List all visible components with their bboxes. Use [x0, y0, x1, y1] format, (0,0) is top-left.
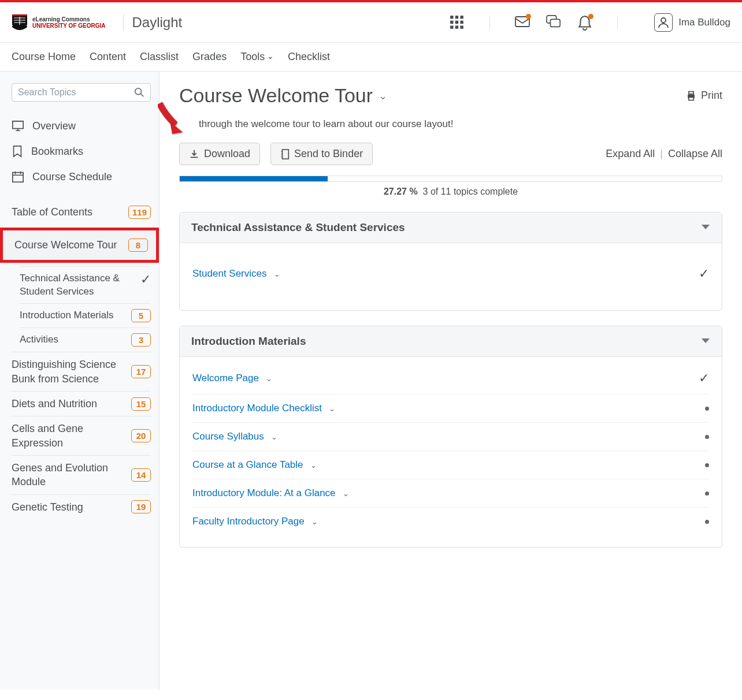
nav-grades[interactable]: Grades: [192, 51, 227, 63]
expand-all-link[interactable]: Expand All: [606, 148, 655, 159]
panel-technical-assistance: Technical Assistance & Student Services …: [179, 212, 722, 311]
page-title-dropdown[interactable]: Course Welcome Tour ⌄: [179, 84, 387, 107]
header: eLearning Commons UNIVERSITY OF GEORGIA …: [0, 2, 742, 43]
apps-icon[interactable]: [450, 15, 465, 30]
chevron-down-icon: ⌄: [310, 461, 317, 470]
topic-intro-module-glance[interactable]: Introductory Module: At a Glance⌄: [192, 487, 349, 499]
svg-point-14: [135, 88, 142, 95]
chevron-down-icon: ⌄: [329, 404, 335, 413]
svg-rect-4: [450, 20, 453, 23]
chat-icon[interactable]: [546, 15, 561, 30]
download-button[interactable]: Download: [179, 143, 260, 165]
logo-line1: eLearning Commons: [32, 16, 106, 23]
svg-rect-20: [283, 149, 289, 158]
toc-count: 119: [128, 206, 151, 219]
topic-glance-table[interactable]: Course at a Glance Table⌄: [192, 459, 317, 471]
svg-rect-7: [450, 25, 453, 28]
print-icon: [685, 90, 697, 102]
sidebar-module-diets[interactable]: Diets and Nutrition 15: [12, 391, 151, 416]
logo-block[interactable]: eLearning Commons UNIVERSITY OF GEORGIA: [12, 14, 106, 31]
collapse-caret-icon: [701, 224, 710, 231]
search-topics[interactable]: [12, 83, 151, 102]
svg-rect-18: [689, 91, 693, 94]
main-content: Course Welcome Tour ⌄ Print through the …: [159, 72, 742, 690]
mail-icon[interactable]: [515, 15, 530, 30]
incomplete-dot-icon: [705, 463, 709, 467]
topic-intro-checklist[interactable]: Introductory Module Checklist⌄: [192, 403, 335, 414]
svg-rect-2: [455, 16, 458, 18]
svg-rect-9: [461, 25, 463, 28]
svg-rect-8: [455, 25, 458, 28]
search-icon: [134, 87, 144, 98]
progress-fill: [180, 176, 328, 181]
topic-row: Faculty Introductory Page⌄: [192, 508, 709, 535]
topic-row: Student Services ⌄ ✓: [192, 249, 709, 299]
panel-header[interactable]: Technical Assistance & Student Services: [180, 213, 722, 243]
avatar-icon: [654, 13, 673, 32]
nav-classlist[interactable]: Classlist: [140, 51, 179, 63]
incomplete-dot-icon: [705, 492, 709, 496]
download-icon: [189, 149, 199, 159]
topic-row: Welcome Page⌄ ✓: [192, 363, 709, 394]
svg-rect-15: [13, 121, 23, 129]
svg-rect-5: [455, 20, 458, 23]
sidebar-sub-activities[interactable]: Activities 3: [20, 327, 151, 352]
check-icon: ✓: [699, 266, 709, 281]
collapse-caret-icon: [701, 338, 710, 345]
nav-tools[interactable]: Tools: [240, 51, 274, 63]
highlighted-module: Course Welcome Tour 8: [0, 228, 159, 262]
sidebar-sub-intro-materials[interactable]: Introduction Materials 5: [20, 303, 151, 327]
user-name: Ima Bulldog: [678, 17, 730, 28]
app-name: Daylight: [132, 14, 183, 31]
check-icon: ✓: [699, 371, 709, 386]
bell-icon[interactable]: [577, 15, 592, 30]
send-to-binder-button[interactable]: Send to Binder: [270, 143, 373, 165]
uga-logo-icon: [12, 14, 28, 31]
presentation-icon: [12, 120, 24, 132]
panel-intro-materials: Introduction Materials Welcome Page⌄ ✓ I…: [179, 326, 722, 548]
topic-row: Introductory Module: At a Glance⌄: [192, 479, 709, 508]
sidebar-module-cells[interactable]: Cells and Gene Expression 20: [12, 416, 151, 455]
sidebar-item-welcome-tour[interactable]: Course Welcome Tour 8: [14, 235, 148, 255]
nav-checklist[interactable]: Checklist: [288, 51, 330, 63]
svg-rect-19: [689, 97, 693, 100]
panel-header[interactable]: Introduction Materials: [180, 326, 722, 357]
logo-line2: UNIVERSITY OF GEORGIA: [32, 23, 106, 29]
divider: [123, 14, 124, 31]
incomplete-dot-icon: [705, 407, 709, 411]
incomplete-dot-icon: [705, 435, 709, 439]
sidebar: Overview Bookmarks Course Schedule Table…: [0, 72, 159, 690]
sidebar-overview[interactable]: Overview: [12, 113, 151, 139]
topic-student-services[interactable]: Student Services ⌄: [192, 268, 280, 280]
toc-root[interactable]: Table of Contents 119: [12, 200, 151, 224]
incomplete-dot-icon: [705, 520, 709, 524]
sidebar-module-genes-evolution[interactable]: Genes and Evolution Module 14: [12, 455, 151, 494]
topic-course-syllabus[interactable]: Course Syllabus⌄: [192, 431, 277, 442]
topic-welcome-page[interactable]: Welcome Page⌄: [192, 373, 272, 384]
collapse-all-link[interactable]: Collapse All: [668, 148, 722, 159]
topic-faculty-intro[interactable]: Faculty Introductory Page⌄: [192, 516, 318, 527]
user-menu[interactable]: Ima Bulldog: [654, 13, 730, 32]
page-title: Course Welcome Tour: [179, 84, 373, 107]
progress-bar: [179, 176, 722, 182]
print-button[interactable]: Print: [685, 90, 722, 102]
module-count: 8: [128, 239, 148, 252]
sidebar-schedule[interactable]: Course Schedule: [12, 164, 151, 189]
check-icon: ✓: [140, 272, 151, 287]
sidebar-sub-tech-assist[interactable]: Technical Assistance & Student Services …: [20, 266, 151, 304]
chevron-down-icon: ⌄: [266, 374, 272, 383]
nav-content[interactable]: Content: [90, 51, 126, 63]
sidebar-module-science-bunk[interactable]: Distinguishing Science Bunk from Science…: [12, 352, 151, 391]
bookmark-icon: [12, 145, 23, 158]
nav-course-home[interactable]: Course Home: [12, 51, 76, 63]
sidebar-bookmarks[interactable]: Bookmarks: [12, 139, 151, 164]
sidebar-overview-label: Overview: [32, 120, 76, 132]
svg-rect-3: [461, 16, 463, 18]
svg-rect-6: [461, 20, 463, 23]
topic-row: Introductory Module Checklist⌄: [192, 394, 709, 423]
divider: [489, 16, 490, 29]
svg-rect-1: [450, 16, 453, 18]
calendar-icon: [12, 170, 24, 183]
sidebar-module-genetic-testing[interactable]: Genetic Testing 19: [12, 494, 151, 519]
search-input[interactable]: [18, 87, 134, 98]
